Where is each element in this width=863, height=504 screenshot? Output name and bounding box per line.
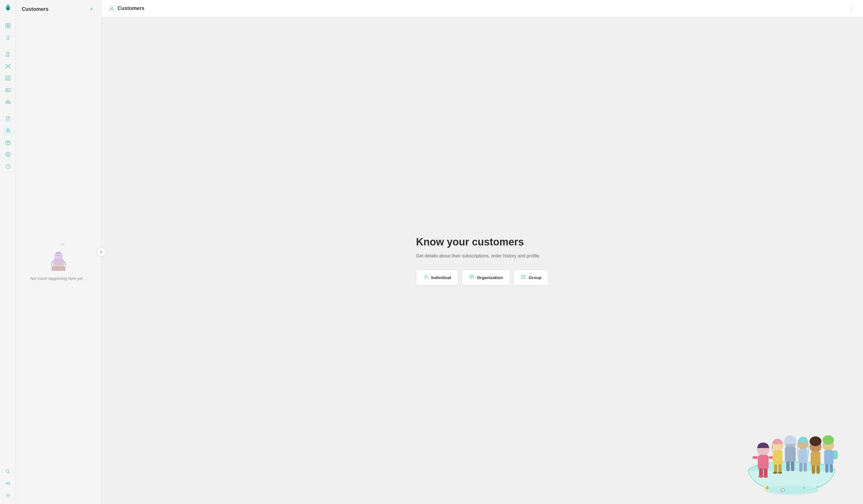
svg-point-21: [6, 101, 7, 102]
clock-icon[interactable]: [3, 161, 13, 172]
svg-line-34: [9, 473, 10, 474]
svg-point-84: [759, 475, 763, 478]
svg-rect-70: [799, 449, 808, 464]
svg-rect-83: [829, 464, 833, 473]
svg-point-79: [823, 435, 834, 444]
svg-point-35: [7, 495, 9, 496]
organization-label: Organization: [477, 275, 503, 280]
svg-rect-15: [9, 76, 10, 77]
svg-point-5: [8, 66, 9, 67]
svg-point-86: [773, 471, 777, 474]
hero-content: Know your customers Get details about th…: [416, 236, 549, 285]
group-label: Group: [528, 275, 541, 280]
svg-text:💬: 💬: [781, 488, 785, 492]
svg-point-85: [763, 475, 768, 478]
more-options-button[interactable]: ⋮: [847, 4, 856, 13]
left-panel-title: Customers: [22, 6, 49, 12]
collapse-panel-button[interactable]: [97, 247, 106, 257]
svg-point-7: [9, 64, 10, 65]
svg-point-74: [810, 437, 822, 446]
svg-rect-81: [824, 450, 833, 465]
tools-icon[interactable]: [3, 33, 13, 43]
svg-rect-0: [6, 23, 8, 25]
svg-point-41: [56, 260, 61, 264]
individual-label: Individual: [431, 275, 451, 280]
book-icon[interactable]: [3, 49, 13, 59]
svg-line-10: [7, 65, 8, 66]
svg-rect-76: [812, 466, 815, 474]
svg-rect-82: [825, 464, 828, 473]
svg-point-87: [778, 471, 782, 474]
svg-point-4: [7, 38, 9, 40]
package-icon[interactable]: [3, 138, 13, 148]
dashboard-icon[interactable]: [3, 21, 13, 31]
document-icon[interactable]: [3, 114, 13, 124]
hero-illustration: 👍 💬 ❤ ✉: [737, 387, 846, 495]
svg-point-9: [9, 67, 10, 68]
hero-subtitle: Get details about their subscriptions, o…: [416, 253, 549, 259]
nodes-icon[interactable]: [3, 61, 13, 71]
svg-point-43: [425, 275, 427, 277]
svg-rect-38: [52, 267, 65, 271]
grid-icon[interactable]: [3, 73, 13, 83]
svg-rect-75: [811, 452, 821, 466]
hero-title: Know your customers: [416, 236, 549, 248]
left-panel: Customers + zzz: [16, 0, 102, 504]
svg-text:❤: ❤: [802, 486, 805, 490]
left-panel-header: Customers +: [16, 0, 101, 18]
hero-area: Know your customers Get details about th…: [102, 17, 863, 504]
svg-point-27: [7, 154, 9, 155]
svg-rect-67: [786, 462, 790, 471]
svg-rect-18: [6, 88, 10, 92]
search-icon[interactable]: [3, 466, 13, 477]
svg-rect-16: [6, 79, 8, 80]
empty-illustration: zzz Not much happening he: [30, 241, 87, 282]
gear-icon[interactable]: [3, 490, 13, 501]
svg-point-25: [7, 129, 9, 131]
customers-nav-icon[interactable]: [3, 126, 13, 136]
svg-point-8: [6, 67, 7, 68]
svg-text:zzz: zzz: [61, 243, 65, 245]
svg-rect-17: [9, 78, 10, 80]
svg-line-12: [7, 66, 8, 67]
svg-point-33: [6, 470, 9, 473]
svg-point-20: [7, 100, 9, 102]
svg-text:✉: ✉: [816, 485, 819, 488]
hero-buttons: Individual Organization: [416, 270, 549, 285]
group-button[interactable]: Group: [513, 270, 549, 285]
svg-point-6: [6, 64, 7, 65]
people-svg: 👍 💬 ❤ ✉: [737, 387, 846, 495]
svg-point-42: [110, 7, 113, 9]
app-logo[interactable]: [4, 3, 12, 14]
organization-icon: [469, 274, 475, 281]
icon-sidebar: AZ: [0, 0, 16, 504]
individual-button[interactable]: Individual: [416, 270, 458, 285]
team-icon[interactable]: [3, 97, 13, 107]
svg-rect-71: [799, 463, 802, 471]
svg-rect-66: [785, 447, 796, 462]
svg-rect-72: [804, 463, 807, 471]
main-content: Customers ⋮ Know your customers Get deta…: [102, 0, 863, 504]
add-button[interactable]: +: [88, 5, 96, 13]
svg-rect-3: [8, 26, 10, 28]
svg-point-50: [764, 485, 819, 495]
az-icon[interactable]: AZ: [3, 478, 13, 489]
main-header: Customers ⋮: [102, 0, 863, 17]
svg-rect-62: [773, 450, 783, 465]
svg-rect-57: [752, 456, 758, 459]
svg-line-11: [8, 65, 9, 66]
image-icon[interactable]: [3, 85, 13, 95]
empty-state-text: Not much happening here yet ...: [30, 276, 87, 282]
group-icon: [521, 274, 526, 281]
svg-line-13: [8, 66, 9, 67]
svg-rect-2: [6, 26, 8, 28]
circle-settings-icon[interactable]: [3, 150, 13, 160]
svg-rect-56: [758, 455, 768, 470]
sloth-illustration: zzz: [44, 241, 73, 272]
svg-rect-14: [6, 76, 8, 78]
main-header-left: Customers: [109, 5, 145, 12]
svg-point-22: [9, 101, 10, 102]
organization-button[interactable]: Organization: [462, 270, 510, 285]
individual-icon: [423, 274, 429, 281]
header-customers-icon: [109, 5, 115, 12]
